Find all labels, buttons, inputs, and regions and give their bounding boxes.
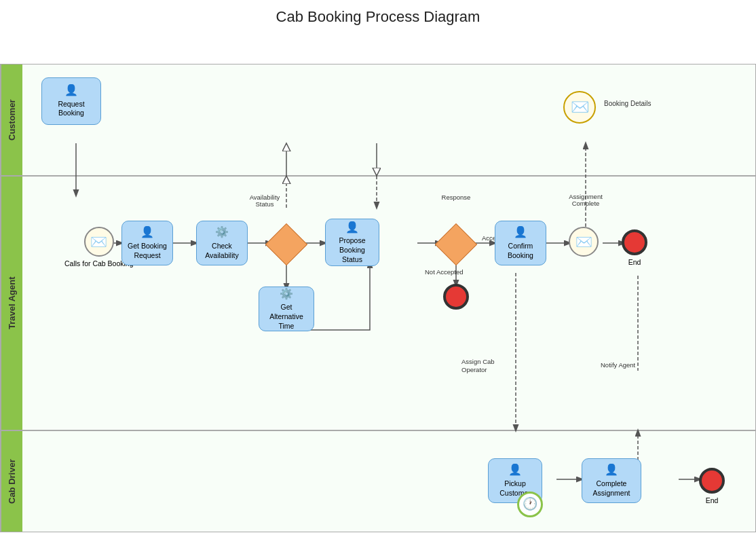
get-booking-node: 👤 Get Booking Request: [121, 220, 174, 266]
response-diamond: [440, 228, 472, 261]
booking-details-envelope: ✉️: [563, 91, 596, 124]
person-icon-2: 👤: [140, 225, 154, 240]
person-icon-3: 👤: [345, 221, 359, 235]
diagram-container: Customer Travel Agent Cab Driver: [0, 31, 756, 534]
travel-label: Travel Agent: [1, 177, 22, 430]
complete-assignment-node: 👤 Complete Assignment: [581, 458, 642, 504]
get-alternative-node: ⚙️ Get Alternative Time: [258, 286, 315, 332]
end-travel-node: End: [622, 229, 647, 268]
timer-icon: 🕐: [517, 492, 543, 517]
avail-diamond: [270, 228, 303, 261]
customer-label: Customer: [1, 64, 22, 175]
propose-booking-node: 👤 Propose Booking Status: [324, 218, 380, 267]
person-icon-4: 👤: [514, 225, 527, 240]
request-booking-node: 👤 Request Booking: [41, 75, 102, 126]
lane-customer: Customer: [0, 64, 756, 176]
page-title: Cab Booking Process Diagram: [0, 0, 756, 31]
request-booking-label: Request Booking: [48, 100, 95, 118]
end-driver-circle: [699, 468, 725, 494]
propose-booking-label: Propose Booking Status: [331, 236, 373, 264]
person-icon: 👤: [64, 84, 78, 98]
end-travel-label: End: [628, 258, 641, 268]
end-driver-node: End: [699, 468, 725, 506]
pickup-customer-node: 👤 Pickup Customer 🕐: [487, 458, 543, 504]
gear-icon-2: ⚙️: [280, 287, 293, 301]
confirm-booking-node: 👤 Confirm Booking: [494, 220, 547, 266]
get-alternative-label: Get Alternative Time: [265, 303, 308, 331]
check-avail-node: ⚙️ Check Availability: [195, 220, 248, 266]
gear-icon: ⚙️: [215, 225, 229, 240]
person-icon-5: 👤: [508, 463, 522, 477]
end-not-accepted-circle: [443, 284, 469, 310]
get-booking-label: Get Booking Request: [128, 242, 167, 260]
lane-travel: Travel Agent: [0, 176, 756, 430]
assignment-complete-envelope: ✉️: [569, 227, 599, 257]
end-travel-circle: [622, 229, 647, 255]
confirm-booking-label: Confirm Booking: [501, 242, 540, 260]
end-not-accepted-node: [443, 284, 469, 310]
lane-driver: Cab Driver: [0, 430, 756, 532]
check-avail-label: Check Availability: [202, 242, 242, 260]
end-driver-label: End: [706, 496, 719, 506]
booking-details-node: ✉️: [563, 91, 596, 124]
person-icon-6: 👤: [605, 463, 618, 477]
assignment-envelope: ✉️: [569, 227, 599, 257]
calls-cab-envelope: ✉️: [84, 227, 114, 257]
driver-label: Cab Driver: [1, 431, 22, 532]
complete-assignment-label: Complete Assignment: [588, 479, 635, 498]
